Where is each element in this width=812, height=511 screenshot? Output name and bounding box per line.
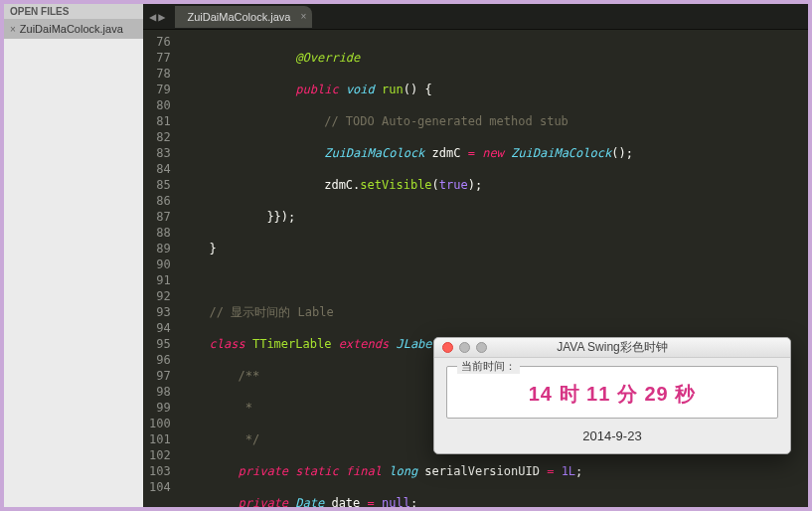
line-number: 85: [149, 177, 171, 193]
line-number: 83: [149, 145, 171, 161]
line-number: 77: [149, 50, 171, 66]
line-number: 95: [149, 336, 171, 352]
line-number: 81: [149, 113, 171, 129]
line-number: 92: [149, 288, 171, 304]
nav-prev-icon[interactable]: ◀: [149, 10, 156, 24]
line-number: 96: [149, 352, 171, 368]
window-close-icon[interactable]: [442, 342, 453, 353]
close-icon[interactable]: ×: [10, 24, 16, 35]
open-file-name: ZuiDaiMaColock.java: [20, 23, 123, 35]
tab-title: ZuiDaiMaColock.java: [187, 11, 290, 23]
tab-nav: ◀ ▶: [143, 10, 171, 24]
window-title: JAVA Swing彩色时钟: [434, 339, 790, 356]
time-groupbox: 当前时间： 14 时 11 分 29 秒: [446, 366, 778, 419]
line-number: 103: [149, 463, 171, 479]
line-number: 104: [149, 479, 171, 495]
window-minimize-icon[interactable]: [459, 342, 470, 353]
line-number: 98: [149, 384, 171, 400]
line-number: 76: [149, 34, 171, 50]
line-number: 82: [149, 129, 171, 145]
time-display: 14 时 11 分 29 秒: [455, 381, 769, 408]
line-number: 87: [149, 209, 171, 225]
line-number: 101: [149, 431, 171, 447]
line-number: 90: [149, 256, 171, 272]
line-number: 93: [149, 304, 171, 320]
open-files-header: OPEN FILES: [4, 4, 143, 19]
group-label: 当前时间：: [457, 359, 520, 374]
line-number: 99: [149, 400, 171, 416]
tab-active[interactable]: ZuiDaiMaColock.java ×: [175, 6, 312, 28]
line-number: 84: [149, 161, 171, 177]
line-number: 78: [149, 66, 171, 82]
date-display: 2014-9-23: [446, 428, 778, 443]
line-number: 97: [149, 368, 171, 384]
close-icon[interactable]: ×: [301, 11, 307, 22]
line-number: 100: [149, 416, 171, 431]
sidebar: OPEN FILES × ZuiDaiMaColock.java: [4, 4, 143, 507]
line-number: 80: [149, 97, 171, 113]
open-file-item[interactable]: × ZuiDaiMaColock.java: [4, 19, 143, 39]
tab-bar: ◀ ▶ ZuiDaiMaColock.java ×: [143, 4, 808, 30]
line-number: 102: [149, 447, 171, 463]
line-number: 88: [149, 225, 171, 241]
swing-window[interactable]: JAVA Swing彩色时钟 当前时间： 14 时 11 分 29 秒 2014…: [433, 337, 791, 454]
line-number: 91: [149, 272, 171, 288]
traffic-lights: [442, 342, 487, 353]
line-number: 89: [149, 241, 171, 256]
line-gutter: 7677787980818283848586878889909192939495…: [143, 30, 181, 507]
line-number: 94: [149, 320, 171, 336]
window-maximize-icon[interactable]: [476, 342, 487, 353]
line-number: 79: [149, 82, 171, 97]
titlebar[interactable]: JAVA Swing彩色时钟: [434, 338, 790, 358]
nav-next-icon[interactable]: ▶: [158, 10, 165, 24]
line-number: 86: [149, 193, 171, 209]
window-body: 当前时间： 14 时 11 分 29 秒 2014-9-23: [434, 358, 790, 453]
